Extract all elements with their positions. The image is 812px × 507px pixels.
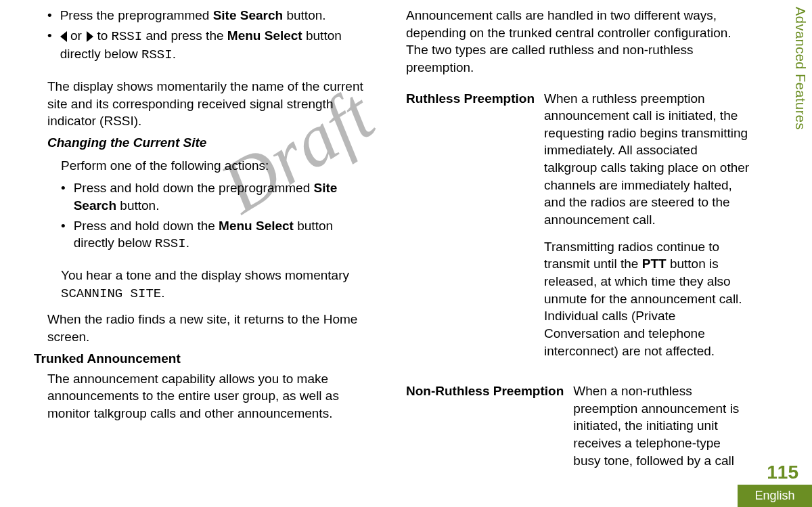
text-fragment: button. [116, 198, 159, 213]
text-fragment: . [173, 47, 176, 61]
definition-block: Ruthless Preemption When a ruthless pree… [406, 90, 751, 370]
text-fragment: RSSI [112, 29, 143, 44]
text-fragment: Press and hold down the [74, 219, 219, 233]
page-content: • Press the preprogrammed Site Search bu… [0, 0, 812, 485]
text-fragment: Site Search [213, 8, 284, 22]
left-arrow-icon [60, 31, 67, 42]
bullet-dot-icon: • [47, 27, 52, 64]
definition-term: Non-Ruthless Preemption [406, 382, 564, 479]
text-fragment: Press the preprogrammed [60, 8, 213, 22]
paragraph: The announcement capability allows you t… [47, 370, 372, 422]
bullet-text: or to RSSI and press the Menu Select but… [60, 27, 372, 64]
indented-block: Perform one of the following actions: • … [61, 157, 372, 303]
bullet-dot-icon: • [61, 179, 66, 214]
text-fragment: Menu Select [219, 219, 294, 233]
bullet-item: • Press and hold down the preprogrammed … [61, 179, 372, 214]
language-badge: English [738, 485, 812, 507]
section-heading: Changing the Current Site [47, 135, 372, 150]
bullet-dot-icon: • [47, 7, 52, 24]
bullet-list-1: • Press the preprogrammed Site Search bu… [47, 7, 372, 64]
paragraph: Announcement calls are handled in two di… [406, 7, 751, 76]
bullet-item: • Press and hold down the Menu Select bu… [61, 217, 372, 253]
right-arrow-icon [85, 31, 93, 42]
bullet-text: Press and hold down the preprogrammed Si… [74, 179, 372, 214]
bullet-list-2: • Press and hold down the preprogrammed … [61, 179, 372, 253]
paragraph: Perform one of the following actions: [61, 157, 372, 175]
left-column: • Press the preprogrammed Site Search bu… [34, 7, 372, 479]
definition-term: Ruthless Preemption [406, 90, 535, 370]
text-fragment: Press and hold down the preprogrammed [74, 181, 314, 195]
paragraph: When a non-ruthless preemption announcem… [573, 382, 751, 469]
definition-description: When a non-ruthless preemption announcem… [573, 382, 751, 479]
paragraph: You hear a tone and the display shows mo… [61, 267, 372, 303]
text-fragment: . [186, 236, 189, 250]
text-fragment: . [161, 286, 164, 300]
text-fragment: SCANNING SITE [61, 286, 161, 301]
text-fragment: RSSI [141, 47, 173, 62]
bullet-item: • Press the preprogrammed Site Search bu… [47, 7, 372, 24]
text-fragment: and press the [142, 28, 227, 43]
page-number: 115 [738, 459, 812, 485]
text-fragment: button is released, at which time they a… [544, 257, 742, 357]
bullet-dot-icon: • [61, 217, 66, 253]
bullet-text: Press the preprogrammed Site Search butt… [60, 7, 326, 24]
paragraph: When the radio finds a new site, it retu… [47, 311, 372, 345]
right-column: Announcement calls are handled in two di… [406, 7, 751, 479]
definition-block: Non-Ruthless Preemption When a non-ruthl… [406, 382, 751, 479]
text-fragment: You hear a tone and the display shows mo… [61, 268, 349, 282]
text-fragment: PTT [642, 257, 667, 271]
paragraph: Transmitting radios continue to transmit… [544, 238, 751, 359]
page-footer: 115 English [738, 459, 812, 507]
text-fragment: RSSI [155, 236, 186, 251]
paragraph: The display shows momentarily the name o… [47, 78, 372, 130]
bullet-item: • or to RSSI and press the Menu Select b… [47, 27, 372, 64]
bullet-text: Press and hold down the Menu Select butt… [74, 217, 372, 253]
text-fragment: Menu Select [227, 28, 302, 43]
paragraph: When a ruthless preemption announcement … [544, 90, 751, 229]
text-fragment: button. [283, 8, 325, 22]
definition-description: When a ruthless preemption announcement … [544, 90, 751, 370]
text-fragment: to [93, 28, 111, 43]
text-fragment: or [67, 28, 85, 43]
section-subheading: Trunked Announcement [34, 351, 372, 366]
